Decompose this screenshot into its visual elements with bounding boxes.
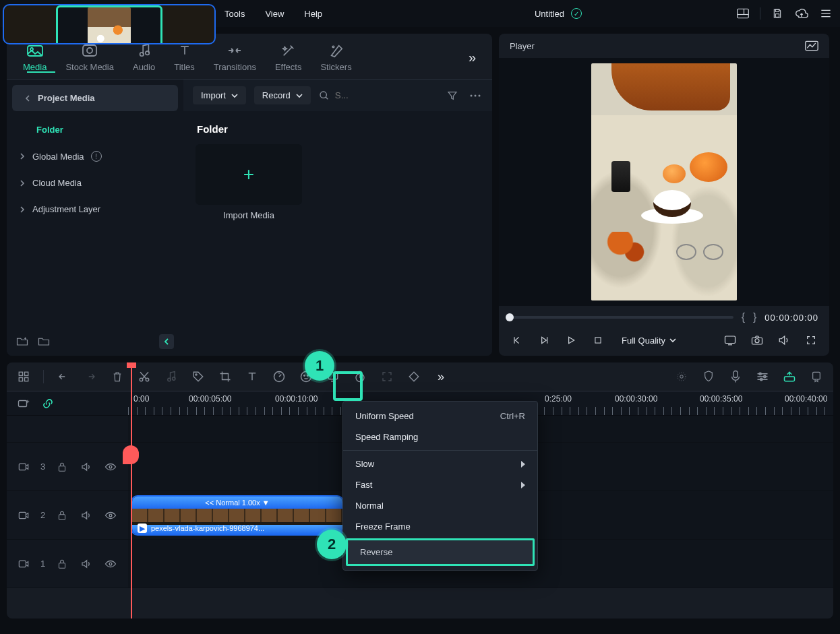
collapse-sidebar-button[interactable] bbox=[159, 334, 174, 349]
shield-icon[interactable] bbox=[701, 369, 716, 384]
more-icon[interactable] bbox=[468, 88, 483, 103]
tag-icon[interactable] bbox=[191, 369, 206, 384]
lock-icon[interactable] bbox=[55, 557, 69, 571]
scrub-thumb[interactable] bbox=[506, 313, 514, 321]
svg-point-32 bbox=[755, 339, 759, 343]
menu-reverse[interactable]: Reverse bbox=[346, 538, 535, 566]
lock-icon[interactable] bbox=[55, 459, 69, 474]
quality-dropdown[interactable]: Full Quality bbox=[622, 336, 676, 346]
volume-icon[interactable] bbox=[777, 333, 791, 348]
video-track-icon[interactable] bbox=[16, 557, 31, 571]
video-track-icon[interactable] bbox=[16, 508, 31, 523]
import-media-label: Import Media bbox=[223, 210, 274, 220]
menu-help[interactable]: Help bbox=[304, 9, 322, 19]
menu-uniform-speed[interactable]: Uniform Speed Ctrl+R bbox=[343, 406, 537, 426]
keyframe-icon[interactable] bbox=[407, 369, 421, 384]
record-dropdown[interactable]: Record bbox=[254, 86, 311, 104]
chevron-down-icon bbox=[231, 92, 238, 99]
prev-frame-button[interactable] bbox=[510, 333, 524, 348]
play-next-button[interactable] bbox=[537, 333, 551, 348]
search-field[interactable] bbox=[319, 90, 353, 101]
visibility-icon[interactable] bbox=[103, 557, 118, 571]
tab-transitions[interactable]: Transitions bbox=[214, 43, 256, 72]
menu-tools[interactable]: Tools bbox=[224, 9, 245, 19]
overflow-icon[interactable]: » bbox=[433, 369, 448, 384]
player-stage[interactable] bbox=[499, 58, 829, 306]
grid-icon[interactable] bbox=[16, 369, 31, 384]
delete-icon[interactable] bbox=[110, 369, 125, 384]
graph-icon[interactable] bbox=[805, 40, 818, 51]
mark-in-icon[interactable]: { bbox=[742, 311, 745, 323]
sparkle-icon[interactable] bbox=[674, 369, 689, 384]
svg-point-49 bbox=[680, 375, 684, 379]
mute-icon[interactable] bbox=[79, 459, 94, 474]
sidebar-global-media[interactable]: Global Media ! bbox=[7, 143, 183, 170]
sidebar-project-media[interactable]: Project Media bbox=[12, 85, 178, 111]
crop-icon[interactable] bbox=[218, 369, 233, 384]
playhead[interactable] bbox=[131, 362, 132, 619]
menu-normal[interactable]: Normal bbox=[343, 495, 537, 516]
add-track-icon[interactable] bbox=[16, 396, 31, 411]
menu-fast[interactable]: Fast bbox=[343, 474, 537, 495]
svg-rect-51 bbox=[733, 371, 738, 378]
speed-marker[interactable] bbox=[123, 445, 139, 464]
mute-icon[interactable] bbox=[79, 508, 94, 523]
mark-out-icon[interactable]: } bbox=[753, 311, 756, 323]
folder-icon[interactable] bbox=[38, 336, 50, 348]
lock-icon[interactable] bbox=[55, 508, 69, 523]
menu-freeze-frame[interactable]: Freeze Frame bbox=[343, 516, 537, 537]
tab-stock-media[interactable]: Stock Media bbox=[65, 43, 114, 72]
clip-speed-label: << Normal 1.00x ▼ bbox=[205, 499, 269, 507]
tabs-overflow-icon[interactable]: » bbox=[469, 50, 476, 65]
timeline-clip[interactable]: << Normal 1.00x ▼ ▶ pexels-vlada-karpovi… bbox=[131, 495, 344, 536]
snapshot-icon[interactable] bbox=[750, 333, 764, 348]
filter-icon[interactable] bbox=[445, 88, 460, 103]
render-icon[interactable] bbox=[782, 369, 797, 384]
visibility-icon[interactable] bbox=[103, 459, 118, 474]
stop-button[interactable] bbox=[591, 333, 605, 348]
cast-icon[interactable] bbox=[723, 333, 738, 348]
visibility-icon[interactable] bbox=[103, 508, 118, 523]
tab-stickers[interactable]: Stickers bbox=[320, 43, 351, 72]
cloud-upload-icon[interactable] bbox=[794, 6, 809, 21]
ruler-label: 00:00:30:00 bbox=[615, 394, 657, 404]
clip-thumbnail bbox=[88, 34, 131, 44]
search-input[interactable] bbox=[334, 90, 353, 101]
cut-icon[interactable] bbox=[137, 369, 152, 384]
redo-icon[interactable] bbox=[83, 369, 98, 384]
music-icon[interactable] bbox=[164, 369, 179, 384]
clip-speed-bar[interactable]: << Normal 1.00x ▼ bbox=[132, 497, 342, 509]
new-folder-icon[interactable] bbox=[16, 336, 28, 348]
speed-icon[interactable] bbox=[272, 369, 287, 384]
save-icon[interactable] bbox=[770, 6, 785, 21]
fullscreen-icon[interactable] bbox=[804, 333, 818, 348]
scrub-track[interactable] bbox=[510, 316, 733, 319]
link-icon[interactable] bbox=[40, 396, 55, 411]
sidebar-adjustment-layer[interactable]: Adjustment Layer bbox=[7, 196, 183, 222]
play-button[interactable] bbox=[564, 333, 578, 348]
mixer-icon[interactable] bbox=[755, 369, 770, 384]
microphone-icon[interactable] bbox=[728, 369, 743, 384]
undo-icon[interactable] bbox=[56, 369, 71, 384]
tab-audio[interactable]: Audio bbox=[133, 43, 155, 72]
sidebar-cloud-media[interactable]: Cloud Media bbox=[7, 170, 183, 196]
mute-icon[interactable] bbox=[79, 557, 94, 571]
focus-icon[interactable] bbox=[380, 369, 394, 384]
video-track-icon[interactable] bbox=[16, 459, 31, 474]
marker-icon[interactable] bbox=[809, 369, 824, 384]
layout-icon[interactable] bbox=[736, 6, 750, 21]
text-icon[interactable] bbox=[245, 369, 260, 384]
chevron-right-icon bbox=[19, 206, 26, 213]
hamburger-icon[interactable] bbox=[818, 6, 833, 21]
sidebar-folder[interactable]: Folder bbox=[7, 117, 183, 143]
tab-titles[interactable]: Titles bbox=[174, 43, 195, 72]
tab-effects[interactable]: Effects bbox=[275, 43, 302, 72]
media-clip-tile[interactable]: ✓ pexels-vlada-karpovic... bbox=[7, 34, 216, 44]
import-media-tile[interactable]: + Import Media bbox=[196, 144, 302, 220]
chevron-right-icon bbox=[521, 461, 525, 468]
menu-slow[interactable]: Slow bbox=[343, 453, 537, 474]
menu-speed-ramping[interactable]: Speed Ramping bbox=[343, 426, 537, 447]
import-dropdown[interactable]: Import bbox=[193, 86, 246, 104]
menu-view[interactable]: View bbox=[265, 9, 284, 19]
tab-media[interactable]: Media bbox=[23, 43, 47, 72]
